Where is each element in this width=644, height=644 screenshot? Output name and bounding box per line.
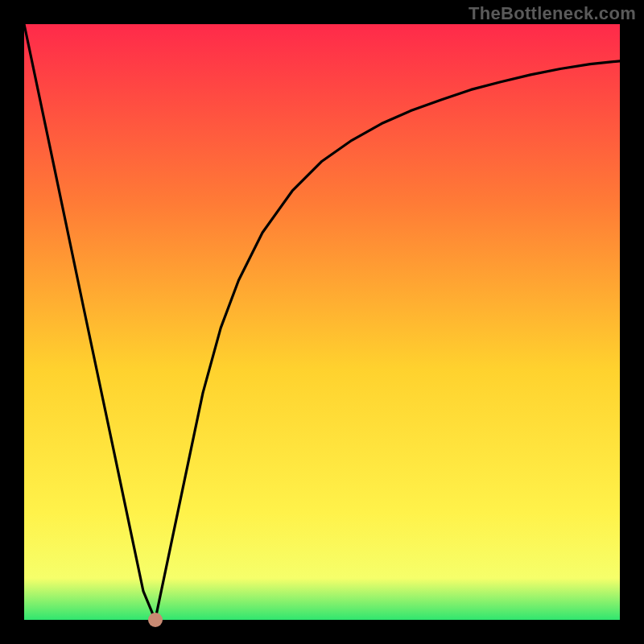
- attribution-label: TheBottleneck.com: [469, 3, 636, 24]
- chart-svg: [0, 0, 644, 644]
- plot-area: [24, 24, 620, 620]
- chart-container: { "attribution": "TheBottleneck.com", "c…: [0, 0, 644, 644]
- optimal-point-marker: [148, 613, 163, 627]
